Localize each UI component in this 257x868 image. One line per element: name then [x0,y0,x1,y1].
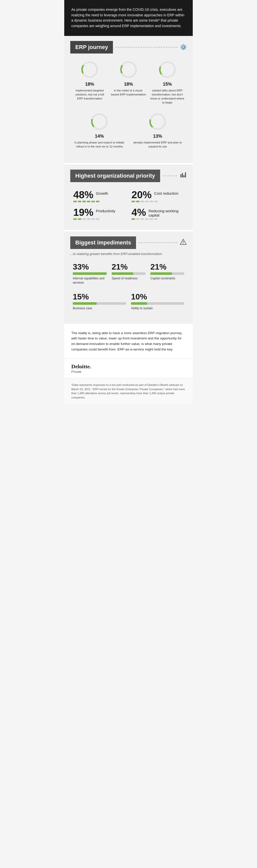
erp-stat-percent: 15% [150,82,185,87]
impediment-label: Internal capabilities and services [73,276,107,284]
impediment-percent: 33% [73,263,107,271]
erp-stat-item: 14% in planning phase and expect to init… [74,112,125,149]
priority-percent: 19% [73,207,93,217]
impediment-item-business: 15% Business case [70,291,129,312]
impediment-bar-fill [131,302,147,305]
impediment-bar-fill [73,302,97,305]
impediment-item-speed: 21% Speed of readiness [109,261,148,286]
dot [73,201,77,202]
impediments-section: Biggest impediments ...to realizing grea… [64,231,193,324]
erp-stat-item: 18% implemented targeted solutions, but … [72,60,107,104]
erp-journey-title: ERP journey [70,41,113,54]
impediment-percent: 10% [131,293,184,301]
svg-point-6 [92,114,107,129]
priority-label: Productivity [96,209,116,213]
impediment-label: Business case [73,306,126,310]
erp-journey-header: ERP journey ⚙️ [70,41,187,54]
gear-icon: ⚙️ [180,44,187,51]
dot [145,218,149,220]
dot [91,218,95,220]
erp-stat-percent: 13% [132,134,183,139]
dot [131,201,135,202]
priority-item-growth: 48% Growth [70,187,129,205]
erp-stat-item: 13% already implemented ERP and plan to … [132,112,183,149]
impediment-bar-fill [150,272,172,275]
impediment-item-internal: 33% Internal capabilities and services [70,261,109,286]
svg-rect-13 [185,172,186,177]
impediment-bar-fill [73,272,107,275]
dot [140,201,144,202]
erp-stat-desc: implemented targeted solutions, but not … [72,88,107,100]
warning-icon [180,239,187,247]
footer-text-section: The reality is, being able to have a mor… [64,324,193,359]
svg-rect-10 [181,174,182,177]
dot [96,218,99,220]
impediment-percent: 15% [73,293,126,301]
priority-item-cost: 20% Cost reduction [129,187,187,205]
svg-rect-12 [184,175,185,177]
priority-label: Cost reduction [154,191,179,195]
dot [131,218,135,220]
impediment-label: Ability to sustain [131,306,184,310]
impediments-subtitle: ...to realizing greater benefits from ER… [70,252,187,256]
erp-journey-section: ERP journey ⚙️ 18% implemented targeted … [64,36,193,163]
dot [154,201,158,202]
header-text: As private companies emerge from the COV… [71,7,186,29]
footnote-section: *Data represents responses to a live pol… [64,378,193,404]
main-content: ERP journey ⚙️ 18% implemented targeted … [64,36,193,404]
gauge-15 [157,60,178,80]
gauge-13 [148,112,168,132]
erp-stat-desc: in the midst of a cloud-based ERP implem… [111,88,146,96]
dot [150,201,153,202]
svg-point-4 [160,62,175,77]
header-section: As private companies emerge from the COV… [64,0,193,36]
erp-stat-desc: started talks about ERP transformation, … [150,88,185,104]
erp-stat-percent: 18% [111,82,146,87]
deloitte-section: Deloitte. Private [64,359,193,378]
erp-stats-grid: 18% implemented targeted solutions, but … [70,60,187,156]
dot [73,218,77,220]
priority-section: Highest organizational priority 48% [64,164,193,230]
dot [136,201,139,202]
priority-dots [131,201,184,202]
priority-title: Highest organizational priority [70,169,160,182]
impediment-bar [73,302,126,305]
impediment-item-sustain: 10% Ability to sustain [129,291,187,312]
dot [78,218,81,220]
svg-point-17 [183,243,184,244]
impediment-bar [112,272,146,275]
dot [82,201,86,202]
dot [87,218,90,220]
erp-journey-dashed [116,47,178,48]
priority-percent: 48% [73,190,93,200]
footer-text: The reality is, being able to have a mor… [71,330,186,352]
impediment-label: Capital constraints [150,276,184,280]
dot [87,201,90,202]
impediment-bar [73,272,107,275]
priority-item-capital: 4% Reducing working capital [129,205,187,222]
priority-label: Reducing working capital [149,209,184,217]
dot [78,201,81,202]
impediments-dashed [138,242,177,243]
dot [154,218,158,220]
gauge-18-1 [79,60,100,80]
erp-stat-desc: already implemented ERP and plan to expa… [132,141,183,149]
impediments-header: Biggest impediments [70,237,187,249]
erp-stat-percent: 14% [74,134,125,139]
impediment-percent: 21% [112,263,146,271]
priority-item-productivity: 19% Productivity [70,205,129,222]
erp-stat-percent: 18% [72,82,107,87]
dot [96,201,99,202]
dot [82,218,86,220]
footnote-text: *Data represents responses to a live pol… [71,383,186,399]
priority-dashed [163,176,177,176]
svg-point-0 [82,62,97,77]
erp-stat-item: 18% in the midst of a cloud-based ERP im… [111,60,146,104]
erp-stat-item: 15% started talks about ERP transformati… [150,60,185,104]
impediment-item-capital: 21% Capital constraints [148,261,187,286]
svg-point-2 [121,62,136,77]
priority-header: Highest organizational priority [70,169,187,182]
priority-dots [73,218,126,220]
impediments-grid: 33% Internal capabilities and services 2… [70,261,187,316]
impediment-label: Speed of readiness [112,276,146,280]
